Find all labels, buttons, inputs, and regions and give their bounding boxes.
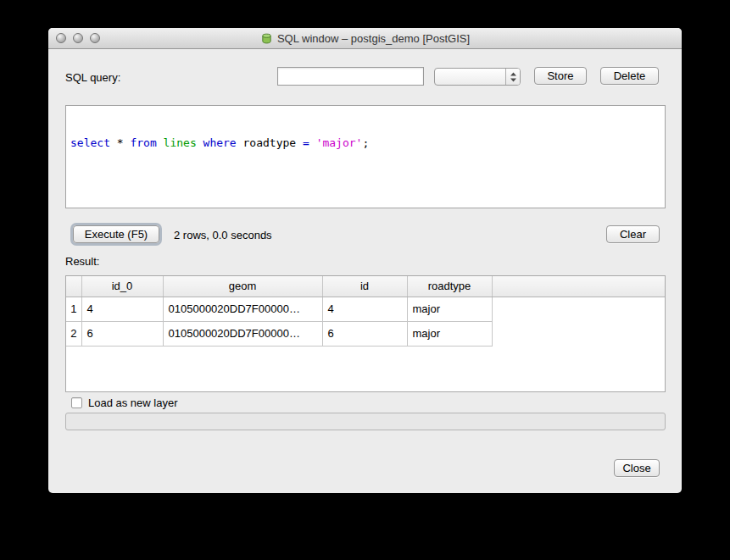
sql-window-icon <box>260 32 273 45</box>
table-corner-cell[interactable] <box>66 276 81 297</box>
table-cell[interactable]: major <box>407 321 492 346</box>
table-cell[interactable]: 0105000020DD7F00000… <box>163 321 322 346</box>
table-row[interactable]: 140105000020DD7F00000…4major <box>66 297 665 321</box>
execute-button[interactable]: Execute (F5) <box>73 225 159 243</box>
table-cell[interactable]: 4 <box>81 297 163 321</box>
window-minimize-button[interactable] <box>73 33 83 43</box>
delete-button[interactable]: Delete <box>600 67 659 85</box>
column-header-geom[interactable]: geom <box>163 276 322 297</box>
traffic-lights <box>56 33 100 43</box>
query-name-input[interactable] <box>277 67 424 86</box>
title-area: SQL window – postgis_demo [PostGIS] <box>48 28 682 49</box>
sql-token: 'major' <box>316 136 363 149</box>
sql-token: = <box>303 136 309 149</box>
sql-window: SQL window – postgis_demo [PostGIS] SQL … <box>48 28 682 493</box>
clear-button[interactable]: Clear <box>606 225 660 243</box>
load-as-new-layer-label: Load as new layer <box>88 396 178 409</box>
sql-token <box>309 136 316 149</box>
sql-token: * <box>110 136 130 149</box>
store-button[interactable]: Store <box>534 67 587 85</box>
sql-editor-line: select * from lines where roadtype = 'ma… <box>70 136 660 149</box>
row-number-cell[interactable]: 1 <box>66 297 81 321</box>
table-cell[interactable]: 4 <box>322 297 407 321</box>
result-table[interactable]: id_0geomidroadtype140105000020DD7F00000…… <box>65 275 666 392</box>
header-filler <box>492 276 665 297</box>
sql-token: roadtype <box>237 136 303 149</box>
sql-token: from <box>130 136 156 149</box>
query-status-text: 2 rows, 0.0 seconds <box>174 229 272 241</box>
column-header-id_0[interactable]: id_0 <box>81 276 163 297</box>
sql-token <box>157 136 164 149</box>
layer-name-input <box>65 413 666 430</box>
combobox-stepper-icon <box>505 69 520 85</box>
column-header-roadtype[interactable]: roadtype <box>407 276 492 297</box>
table-cell[interactable]: 6 <box>81 321 163 346</box>
sql-token: ; <box>362 136 369 149</box>
result-header-row: id_0geomidroadtype <box>66 276 665 297</box>
sql-editor[interactable]: select * from lines where roadtype = 'ma… <box>65 105 666 208</box>
window-title: SQL window – postgis_demo [PostGIS] <box>277 32 470 45</box>
table-cell[interactable]: 0105000020DD7F00000… <box>163 297 322 321</box>
load-layer-row: Load as new layer <box>71 396 178 409</box>
window-zoom-button[interactable] <box>90 33 100 43</box>
table-row[interactable]: 260105000020DD7F00000…6major <box>66 321 665 346</box>
table-cell[interactable]: 6 <box>322 321 407 346</box>
load-as-new-layer-checkbox[interactable] <box>71 397 82 408</box>
window-close-button[interactable] <box>56 33 66 43</box>
sql-query-label: SQL query: <box>65 71 120 84</box>
stored-query-combobox[interactable] <box>434 68 521 86</box>
row-filler <box>492 297 665 321</box>
result-table-grid: id_0geomidroadtype140105000020DD7F00000…… <box>66 276 665 347</box>
result-label: Result: <box>65 255 99 268</box>
column-header-id[interactable]: id <box>322 276 407 297</box>
sql-token: lines <box>164 136 197 149</box>
table-cell[interactable]: major <box>407 297 492 321</box>
row-filler <box>492 321 665 346</box>
sql-token: select <box>70 136 110 149</box>
sql-token: where <box>203 136 237 149</box>
sql-token <box>197 136 203 149</box>
stored-query-value <box>435 69 505 85</box>
titlebar[interactable]: SQL window – postgis_demo [PostGIS] <box>48 28 682 49</box>
row-number-cell[interactable]: 2 <box>66 321 81 346</box>
close-button[interactable]: Close <box>614 459 660 477</box>
